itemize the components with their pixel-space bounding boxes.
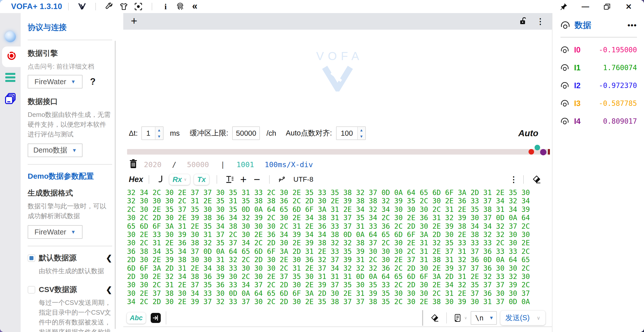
pin-icon[interactable]: [559, 2, 568, 11]
interface-dropdown[interactable]: Demo数据 ▼: [28, 144, 83, 157]
chevron-down-icon[interactable]: ∨: [464, 316, 467, 320]
minimize-icon[interactable]: —: [581, 2, 590, 11]
waveform-nodes-icon[interactable]: [278, 175, 287, 183]
plot-area[interactable]: VOFA: [123, 30, 552, 121]
channel-visibility-icon[interactable]: [560, 99, 569, 108]
align-stepper[interactable]: 100 ▲ ▼: [336, 126, 366, 140]
channel-name: I3: [574, 99, 581, 108]
format-dropdown[interactable]: FireWater ▼: [28, 225, 83, 239]
channel-value: -0.195000: [599, 46, 637, 54]
line-ending-dropdown[interactable]: \n ▼: [471, 311, 497, 325]
spin-up-icon[interactable]: ▲: [155, 127, 163, 133]
csv-source-checkbox[interactable]: [28, 286, 35, 294]
hex-dump[interactable]: 32 34 2C 30 2E 37 37 30 35 31 33 2C 30 2…: [123, 188, 552, 306]
data-panel-title: 数据: [575, 20, 591, 31]
collapse-chevron-icon[interactable]: ❮: [106, 254, 112, 262]
visibility-icon[interactable]: [560, 21, 570, 30]
hex-line: 30 2E 33 30 39 30 31 37 2C 30 2E 36 34 3…: [127, 230, 552, 239]
xdiv-setting[interactable]: 100ms/X-div: [265, 160, 313, 169]
data-panel-menu-icon[interactable]: •••: [627, 21, 637, 30]
close-icon[interactable]: ✕: [624, 2, 633, 11]
engine-dropdown[interactable]: FireWater ▼: [28, 75, 83, 88]
unlock-icon[interactable]: [519, 17, 527, 26]
tab-bar: + ⋮: [123, 13, 552, 30]
engine-section-title: 数据引擎: [28, 48, 112, 59]
scroll-pause-icon[interactable]: [158, 175, 164, 184]
wrench-icon[interactable]: [104, 2, 114, 12]
divider: [269, 175, 270, 184]
chevron-down-icon: ▼: [489, 315, 494, 321]
slider-handle-purple[interactable]: [540, 149, 546, 155]
spin-up-icon[interactable]: ▲: [358, 127, 365, 133]
slider-handle-red[interactable]: [529, 149, 534, 155]
increase-font-icon[interactable]: +: [240, 174, 247, 185]
send-into-icon[interactable]: [151, 313, 161, 323]
tab-menu-icon[interactable]: ⋮: [536, 17, 544, 26]
connection-sphere-icon[interactable]: [5, 31, 16, 42]
buffer-label: 缓冲区上限:: [190, 128, 228, 138]
divider: [422, 310, 423, 326]
app-window: VOFA+ 1.3.10 i « — ✕: [0, 0, 644, 332]
hex-line: 30 2C 31 2E 36 38 32 35 37 34 2C 2D 30 2…: [127, 239, 552, 247]
hex-line: 36 38 34 35 34 37 0D 0A 64 65 6D 6F 3A 2…: [127, 247, 552, 256]
buffer-unit: /ch: [266, 129, 276, 137]
record-icon[interactable]: [7, 51, 17, 62]
menu-bars-icon[interactable]: [5, 73, 15, 83]
spin-down-icon[interactable]: ▼: [358, 133, 365, 139]
chevron-down-icon: ∨: [184, 177, 187, 182]
layers-icon[interactable]: [5, 92, 17, 106]
divider: [152, 3, 152, 10]
decrease-font-icon[interactable]: −: [254, 174, 260, 185]
info-icon[interactable]: i: [160, 2, 171, 12]
eraser-icon[interactable]: [532, 175, 541, 184]
buffer-input[interactable]: 50000: [232, 126, 260, 140]
range-slider: [123, 146, 552, 158]
rx-toggle[interactable]: Rx ∨: [169, 174, 190, 185]
help-icon[interactable]: ?: [90, 76, 96, 87]
dt-stepper[interactable]: 1 ▲ ▼: [141, 126, 164, 140]
encoding-label[interactable]: UTF-8: [293, 175, 313, 183]
interface-desc: Demo数据由软件生成，无需硬件支持，以便您对本软件进行评估与测试: [28, 110, 112, 139]
panel-scrollbar[interactable]: [115, 41, 116, 329]
slider-track[interactable]: [127, 149, 550, 155]
channel-value: 1.760074: [603, 64, 637, 72]
tshirt-icon[interactable]: [119, 2, 129, 12]
eraser-icon[interactable]: [431, 314, 439, 322]
add-tab-button[interactable]: +: [131, 15, 137, 26]
history-list-icon[interactable]: [454, 314, 461, 322]
collapse-chevron-icon[interactable]: ❮: [106, 285, 112, 294]
channel-visibility-icon[interactable]: [560, 81, 569, 90]
auto-label: Auto: [518, 128, 538, 138]
slider-handle-teal[interactable]: [535, 145, 540, 150]
channel-visibility-icon[interactable]: [560, 117, 569, 126]
fingerprint-icon[interactable]: [175, 2, 185, 12]
vofa-logo-icon[interactable]: [77, 2, 87, 12]
buffer-current: 2020: [144, 160, 162, 169]
send-input[interactable]: [171, 311, 422, 325]
ascii-mode-toggle[interactable]: Abc: [127, 312, 146, 324]
divider: [560, 37, 637, 37]
tx-toggle[interactable]: Tx: [194, 174, 209, 185]
channel-name: I1: [574, 63, 581, 72]
spin-down-icon[interactable]: ▼: [155, 133, 163, 139]
slider-endcap: [548, 149, 550, 155]
hex-line: 65 6D 6F 3A 31 2E 35 34 38 30 30 30 2C 3…: [127, 222, 552, 230]
hex-mode-label[interactable]: Hex: [129, 175, 143, 184]
channel-name: I0: [574, 45, 581, 55]
format-section-title: 生成数据格式: [28, 188, 112, 198]
default-source-checkbox[interactable]: [28, 254, 35, 262]
send-button[interactable]: 发送(S) ∨: [500, 311, 545, 325]
restore-icon[interactable]: [603, 2, 611, 11]
panel-title: 协议与连接: [28, 22, 112, 33]
chevron-down-icon[interactable]: ∨: [537, 315, 540, 321]
titlebar: VOFA+ 1.3.10 i « — ✕: [0, 0, 644, 13]
trash-icon[interactable]: [129, 159, 137, 171]
channel-visibility-icon[interactable]: [560, 64, 569, 72]
text-format-icon[interactable]: [226, 175, 234, 184]
hex-menu-icon[interactable]: ⋮: [510, 175, 518, 184]
collapse-chevrons-icon[interactable]: «: [190, 2, 200, 12]
channel-visibility-icon[interactable]: [560, 46, 569, 54]
scan-icon[interactable]: [133, 2, 143, 12]
channel-row: I3 -0.587785: [560, 94, 637, 112]
channel-row: I1 1.760074: [560, 59, 637, 77]
